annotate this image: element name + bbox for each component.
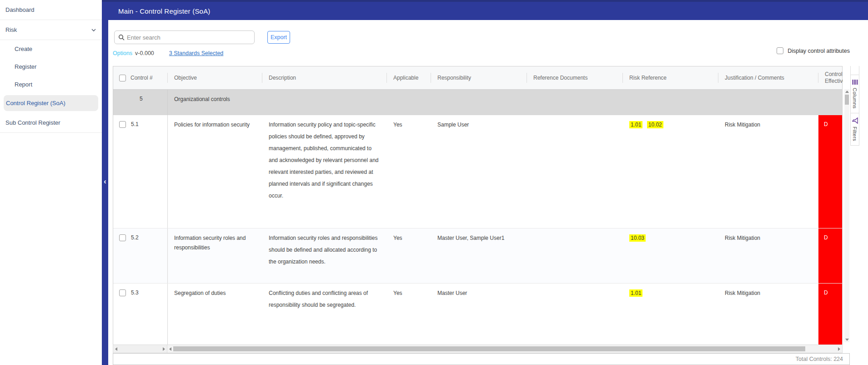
sidebar: Dashboard Risk Create Register Report Co…: [0, 0, 102, 365]
control-number: 5.3: [131, 289, 139, 296]
scrollbar-thumb[interactable]: [845, 95, 849, 105]
sidebar-item-register[interactable]: Register: [0, 58, 102, 76]
column-header-responsibility[interactable]: Responsibility: [431, 66, 527, 89]
control-effectiveness-cell: D: [818, 115, 842, 228]
total-controls-label: Total Controls: 224: [796, 356, 843, 362]
search-box: [114, 30, 255, 44]
reference-documents-cell: [527, 284, 623, 345]
reference-documents-cell: [527, 228, 623, 283]
sidebar-item-dashboard[interactable]: Dashboard: [0, 0, 102, 20]
page-header: Main - Control Register (SoA): [102, 0, 868, 20]
group-control-number: 5: [113, 90, 168, 115]
responsibility-cell: Sample User: [431, 115, 527, 228]
tab-columns[interactable]: Columns: [850, 75, 859, 113]
control-effectiveness-cell: D: [818, 228, 842, 283]
risk-reference-chip: 1.01: [629, 121, 642, 128]
reference-documents-cell: [527, 115, 623, 228]
column-header-justification[interactable]: Justification / Comments: [718, 66, 818, 89]
grid-footer: Total Controls: 224: [113, 353, 850, 365]
control-register-grid: Control # Objective Description Applicab…: [113, 66, 843, 345]
column-header-applicable[interactable]: Applicable: [387, 66, 431, 89]
scroll-up-icon[interactable]: [845, 91, 849, 93]
column-header-reference-documents[interactable]: Reference Documents: [527, 66, 623, 89]
grid-horizontal-scrollbar[interactable]: [167, 345, 843, 353]
column-header-risk-reference[interactable]: Risk Reference: [623, 66, 718, 89]
tabstrip-spacer: [850, 66, 859, 75]
description-cell: Conflicting duties and conflicting areas…: [262, 284, 387, 345]
applicable-cell: Yes: [387, 115, 431, 228]
objective-cell: Policies for information security: [168, 115, 262, 228]
sidebar-item-report[interactable]: Report: [0, 76, 102, 93]
objective-cell: Segregation of duties: [168, 284, 262, 345]
sidebar-item-control-register[interactable]: Control Register (SoA): [4, 95, 98, 111]
columns-icon: [852, 79, 858, 85]
table-row[interactable]: 5.2 Information security roles and respo…: [113, 228, 842, 284]
page-title: Main - Control Register (SoA): [102, 7, 211, 15]
table-row[interactable]: 5.3 Segregation of duties Conflicting du…: [113, 284, 842, 345]
group-objective: Organizational controls: [168, 90, 262, 115]
row-checkbox[interactable]: [119, 121, 126, 128]
group-row[interactable]: 5 Organizational controls: [113, 90, 842, 115]
grid-vertical-scrollbar[interactable]: [844, 89, 849, 342]
sidebar-item-label: Risk: [5, 26, 17, 33]
app-window: Dashboard Risk Create Register Report Co…: [0, 0, 868, 365]
row-checkbox[interactable]: [119, 234, 126, 241]
filter-icon: [852, 117, 858, 124]
display-attributes-checkbox[interactable]: [777, 47, 783, 54]
options-row: Options v-0.000 3 Standards Selected: [113, 50, 223, 56]
search-input[interactable]: [127, 34, 251, 41]
column-header-control-effectiveness[interactable]: Control Effectiveness: [818, 66, 843, 89]
row-checkbox[interactable]: [119, 289, 126, 296]
grid-body: 5 Organizational controls 5.1 Policies f…: [113, 90, 842, 345]
table-row[interactable]: 5.1 Policies for information security In…: [113, 115, 842, 228]
risk-reference-chip: 10.03: [629, 234, 646, 242]
responsibility-cell: Master User, Sample User1: [431, 228, 527, 283]
control-number: 5.2: [131, 234, 139, 241]
frozen-column-scrollbar[interactable]: [113, 345, 167, 353]
risk-reference-chip: 10.02: [647, 121, 663, 128]
search-icon: [118, 34, 125, 41]
risk-reference-cell: 1.01 10.02: [623, 115, 718, 228]
side-tabstrip: Columns Filters: [850, 66, 859, 146]
applicable-cell: Yes: [387, 228, 431, 283]
scroll-right-icon[interactable]: [838, 347, 840, 351]
collapse-sidebar-icon[interactable]: ‹: [102, 177, 108, 187]
sidebar-divider: [0, 132, 102, 133]
display-attributes-row: Display control attributes: [777, 47, 850, 54]
tab-label: Columns: [852, 88, 858, 109]
scroll-left-icon[interactable]: [169, 347, 171, 351]
control-number: 5.1: [131, 121, 139, 127]
scroll-left-icon[interactable]: [115, 347, 117, 351]
risk-reference-cell: 1.01: [623, 284, 718, 345]
sidebar-item-risk[interactable]: Risk: [0, 20, 102, 40]
display-attributes-label: Display control attributes: [788, 48, 850, 54]
scroll-right-icon[interactable]: [163, 347, 165, 351]
justification-cell: Risk Mitigation: [718, 284, 818, 345]
grid-header: Control # Objective Description Applicab…: [113, 66, 842, 90]
standards-selected-link[interactable]: 3 Standards Selected: [169, 50, 224, 56]
responsibility-cell: Master User: [431, 284, 527, 345]
options-dropdown[interactable]: Options: [113, 50, 132, 56]
tab-label: Filters: [852, 127, 858, 141]
column-header-objective[interactable]: Objective: [168, 66, 262, 89]
chevron-down-icon: [91, 27, 96, 33]
scroll-down-icon[interactable]: [845, 339, 849, 341]
applicable-cell: Yes: [387, 284, 431, 345]
scrollbar-thumb[interactable]: [173, 346, 805, 351]
main-content: Export Options v-0.000 3 Standards Selec…: [108, 20, 868, 365]
control-effectiveness-cell: D: [818, 284, 842, 345]
justification-cell: Risk Mitigation: [718, 228, 818, 283]
risk-reference-chip: 1.01: [629, 289, 642, 297]
sidebar-item-sub-control-register[interactable]: Sub Control Register: [0, 113, 102, 132]
sidebar-item-create[interactable]: Create: [0, 40, 102, 58]
horizontal-scrollbars: [113, 345, 843, 353]
description-cell: Information security roles and responsib…: [262, 228, 387, 283]
select-all-checkbox[interactable]: [119, 75, 126, 81]
column-header-control[interactable]: Control #: [113, 66, 168, 89]
justification-cell: Risk Mitigation: [718, 115, 818, 228]
version-label: v-0.000: [135, 50, 154, 56]
sidebar-collapse-strip: ‹: [102, 20, 108, 365]
export-button[interactable]: Export: [267, 31, 290, 44]
tab-filters[interactable]: Filters: [850, 113, 859, 146]
column-header-description[interactable]: Description: [262, 66, 387, 89]
